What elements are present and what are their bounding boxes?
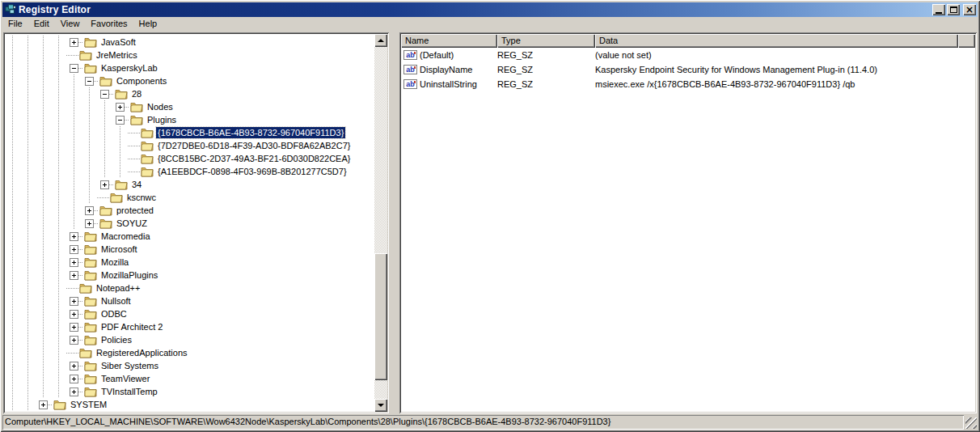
tree-rail-line [20, 61, 36, 74]
tree-row[interactable]: MozillaPlugins [5, 269, 374, 282]
tree-connector-line [109, 87, 114, 100]
scroll-down-button[interactable] [374, 399, 387, 412]
value-row[interactable]: abUninstallStringREG_SZmsiexec.exe /x{16… [401, 77, 975, 91]
title-bar[interactable]: Registry Editor × [2, 2, 978, 17]
tree-row[interactable]: SYSTEM [5, 398, 374, 411]
folder-icon [141, 141, 154, 151]
tree-row[interactable]: Nullsoft [5, 294, 374, 307]
value-row[interactable]: abDisplayNameREG_SZKaspersky Endpoint Se… [401, 62, 975, 77]
tree-connector-line [78, 385, 83, 398]
tree-row[interactable]: {A1EEBDCF-0898-4F03-969B-8B201277C5D7} [5, 165, 374, 178]
tree-rail-line [51, 87, 66, 100]
tree-connector-line [94, 204, 99, 217]
tree-rail-line [51, 372, 66, 385]
menu-item-favorites[interactable]: Favorites [85, 17, 133, 30]
collapse-icon[interactable] [100, 90, 109, 99]
expand-icon[interactable] [70, 388, 78, 396]
tree-row[interactable]: TVInstallTemp [5, 385, 374, 398]
pane-splitter[interactable] [389, 32, 399, 413]
tree-key-label: Nullsoft [99, 295, 133, 307]
expand-icon[interactable] [85, 219, 94, 228]
tree-rail-line [5, 126, 20, 139]
tree-connector-line [78, 359, 83, 372]
tree-rail-line [5, 178, 20, 191]
tree-row[interactable]: Siber Systems [5, 359, 374, 372]
expand-icon[interactable] [70, 310, 78, 319]
tree-rail-line [20, 217, 36, 230]
tree-rail-line [5, 230, 20, 243]
tree-row[interactable]: KasperskyLab [5, 61, 374, 74]
tree-row[interactable]: PDF Architect 2 [5, 320, 374, 333]
tree-row[interactable]: protected [5, 204, 374, 217]
tree-row[interactable]: {1678CBCB-B6AE-4B93-8732-967040F911D3} [5, 126, 374, 139]
tree-row[interactable]: Components [5, 74, 374, 87]
column-header-data[interactable]: Data [595, 34, 958, 48]
expand-icon[interactable] [70, 323, 78, 332]
tree-row[interactable]: Microsoft [5, 243, 374, 256]
resize-grip-icon[interactable] [965, 417, 977, 429]
scroll-up-button[interactable] [374, 34, 387, 47]
expand-icon[interactable] [70, 362, 78, 371]
expand-icon[interactable] [70, 38, 78, 47]
tree-row[interactable]: Policies [5, 333, 374, 346]
tree-row[interactable]: JavaSoft [5, 36, 374, 49]
collapse-icon[interactable] [116, 116, 125, 125]
tree-row[interactable]: {8CCB15BC-2D37-49A3-BF21-6D030D822CEA} [5, 152, 374, 165]
close-button[interactable]: × [963, 4, 976, 15]
tree-key-label: RegisteredApplications [95, 347, 189, 358]
tree-rail-line [5, 165, 20, 178]
column-header-type[interactable]: Type [497, 34, 595, 48]
column-header-name[interactable]: Name [401, 34, 497, 48]
tree-row[interactable]: JreMetrics [5, 49, 374, 61]
maximize-button[interactable] [947, 4, 960, 15]
tree-row[interactable]: Macromedia [5, 230, 374, 243]
expand-icon[interactable] [100, 180, 109, 189]
tree-rail-line [82, 126, 97, 139]
expand-icon[interactable] [70, 258, 78, 267]
expand-icon[interactable] [70, 232, 78, 241]
expand-icon[interactable] [70, 297, 78, 306]
minimize-button[interactable] [932, 4, 945, 15]
string-value-icon: ab [403, 79, 417, 89]
tree-row[interactable]: {7D27DBE0-6D18-4F39-AD30-BDF8A62AB2C7} [5, 139, 374, 152]
expand-icon[interactable] [70, 375, 78, 383]
tree-rail-line [97, 113, 112, 126]
tree-rail-line [66, 139, 82, 152]
folder-icon [141, 154, 154, 164]
tree-row[interactable]: Nodes [5, 100, 374, 113]
tree-rail-line [97, 152, 112, 165]
tree-row[interactable]: RegisteredApplications [5, 346, 374, 359]
value-row[interactable]: ab(Default)REG_SZ(value not set) [401, 48, 975, 62]
tree-row[interactable]: Notepad++ [5, 282, 374, 294]
tree-key-label: Policies [99, 334, 133, 345]
expand-icon[interactable] [70, 271, 78, 280]
tree-key-label: TeamViewer [99, 373, 151, 384]
tree-rail-line [5, 61, 20, 74]
expand-icon[interactable] [70, 336, 78, 345]
tree-rail-line [51, 100, 66, 113]
tree-row[interactable]: 28 [5, 87, 374, 100]
tree-row[interactable]: 34 [5, 178, 374, 191]
tree-row[interactable]: Mozilla [5, 256, 374, 269]
expand-icon[interactable] [85, 206, 94, 215]
tree-row[interactable]: TeamViewer [5, 372, 374, 385]
tree-row[interactable]: SOYUZ [5, 217, 374, 230]
tree-key-label: Macromedia [99, 231, 152, 242]
collapse-icon[interactable] [70, 64, 78, 73]
menu-item-file[interactable]: File [2, 17, 28, 30]
expand-icon[interactable] [70, 245, 78, 254]
menu-item-view[interactable]: View [55, 17, 86, 30]
collapse-icon[interactable] [85, 77, 94, 86]
tree-rail-line [5, 333, 20, 346]
tree-rail-line [20, 294, 36, 307]
expand-icon[interactable] [116, 103, 125, 112]
tree-row[interactable]: kscnwc [5, 191, 374, 204]
tree-vertical-scrollbar[interactable] [374, 34, 387, 412]
menu-item-help[interactable]: Help [133, 17, 163, 30]
menu-item-edit[interactable]: Edit [28, 17, 55, 30]
expand-icon[interactable] [39, 400, 48, 409]
tree-row[interactable]: ODBC [5, 307, 374, 320]
tree-row[interactable]: Plugins [5, 113, 374, 126]
scrollbar-thumb[interactable] [374, 253, 387, 380]
folder-icon [84, 374, 97, 384]
